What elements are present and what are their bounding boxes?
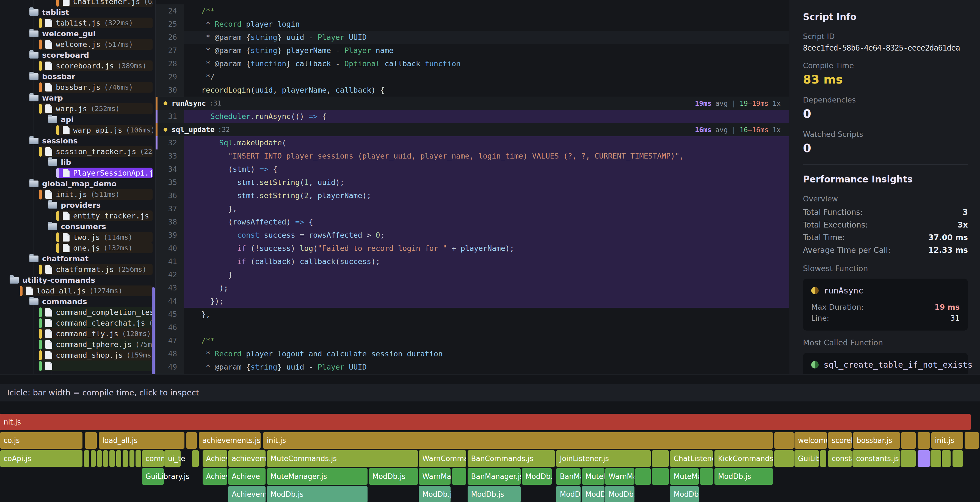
tree-scrollbar-thumb[interactable] [152, 287, 155, 374]
icicle-bar-JoinListener.js[interactable]: JoinListener.js [556, 450, 651, 467]
icicle-bar[interactable] [965, 432, 979, 449]
icicle-bar-Achievemen[interactable]: Achievemen [228, 486, 266, 502]
icicle-bar-ModDb.js[interactable]: ModDb.js [369, 468, 418, 485]
tree-file-command_tphere.js[interactable]: command_tphere.js(75ms [39, 339, 153, 350]
icicle-bar-MuteManager.js[interactable]: MuteManager.js [267, 468, 368, 485]
icicle-bar-achievements.js[interactable]: achievements.js [199, 432, 261, 449]
tree-folder-welcome_gui[interactable]: welcome_gui [29, 28, 153, 39]
icicle-bar[interactable] [84, 450, 89, 467]
icicle-bar-comma[interactable]: comma [142, 450, 164, 467]
icicle-bar-ModDb.js[interactable]: ModDb.js [714, 468, 773, 485]
icicle-bar-MuteMan[interactable]: MuteMan [670, 468, 698, 485]
icicle-bar-ModDb.js[interactable]: ModDb.js [468, 486, 521, 502]
tree-file-warp_api.js[interactable]: warp_api.js(106ms) [56, 125, 153, 135]
icicle-bar[interactable] [652, 450, 668, 467]
tree-file-command_fly.js[interactable]: command_fly.js(120ms) [39, 328, 153, 339]
icicle-bar-WarnCommands[interactable]: WarnCommands [418, 450, 466, 467]
tree-folder-global_map_demo[interactable]: global_map_demo [29, 178, 153, 189]
icicle-bar-ChatListener.js[interactable]: ChatListener.js [670, 450, 713, 467]
icicle-bar[interactable] [110, 450, 115, 467]
icicle-bar[interactable] [918, 432, 930, 449]
icicle-bar[interactable] [123, 450, 128, 467]
icicle-bar-constan[interactable]: constan [828, 450, 852, 467]
icicle-bar-init.js[interactable]: init.js [931, 432, 963, 449]
tree-folder-warp[interactable]: warp [29, 92, 153, 103]
icicle-bar-coApi.js[interactable]: coApi.js [0, 450, 83, 467]
tree-file-init.js[interactable]: init.js(511ms) [39, 189, 153, 200]
tree-file-ChatListener.js[interactable]: ChatListener.js(63 [56, 0, 153, 7]
tree-file-session_tracker.js[interactable]: session_tracker.js(224 [39, 146, 153, 157]
icicle-bar[interactable] [85, 432, 97, 449]
tree-file-entity_tracker.js[interactable]: entity_tracker.js( [56, 210, 153, 221]
icicle-bar[interactable] [775, 450, 794, 467]
tree-folder-bossbar[interactable]: bossbar [29, 71, 153, 82]
tree-folder-providers[interactable]: providers [48, 200, 153, 210]
icicle-bar[interactable] [186, 432, 197, 449]
tree-folder-api[interactable]: api [48, 114, 153, 125]
icicle-bar-BanMana[interactable]: BanMana [556, 468, 581, 485]
icicle-bar-ModDb.js[interactable]: ModDb.js [267, 486, 368, 502]
icicle-bar-welcome.js[interactable]: welcome.js [794, 432, 827, 449]
tree-file-bossbar.js[interactable]: bossbar.js(746ms) [39, 82, 153, 92]
icicle-bar[interactable] [97, 450, 102, 467]
tree-file-chatformat.js[interactable]: chatformat.js(256ms) [39, 264, 153, 275]
icicle-bar[interactable] [931, 450, 941, 467]
icicle-bar-ModDb.js[interactable]: ModDb.js [418, 486, 450, 502]
icicle-bar[interactable] [652, 468, 668, 485]
tree-file-tablist.js[interactable]: tablist.js(322ms) [39, 17, 153, 28]
icicle-bar-ModDb[interactable]: ModDb [582, 486, 605, 502]
tree-folder-lib[interactable]: lib [48, 157, 153, 168]
icicle-bar[interactable] [135, 450, 141, 467]
icicle-bar[interactable] [918, 450, 930, 467]
tree-file-item[interactable] [39, 361, 153, 371]
tree-folder-chatformat[interactable]: chatformat [29, 253, 153, 264]
tree-file-command_shop.js[interactable]: command_shop.js(159ms) [39, 350, 153, 361]
tree-folder-scoreboard[interactable]: scoreboard [29, 50, 153, 60]
tree-file-command_clearchat.js[interactable]: command_clearchat.js(7 [39, 318, 153, 328]
tree-folder-commands[interactable]: commands [29, 296, 153, 307]
icicle-bar-WarnMana[interactable]: WarnMana [418, 468, 450, 485]
icicle-bar[interactable] [103, 450, 108, 467]
icicle-bar-Achieve[interactable]: Achieve [203, 450, 228, 467]
icicle-bar-BanManager.js[interactable]: BanManager.js [468, 468, 521, 485]
icicle-bar[interactable] [700, 468, 713, 485]
icicle-bar[interactable] [452, 468, 466, 485]
icicle-bar-bossbar.js[interactable]: bossbar.js [853, 432, 900, 449]
icicle-bar[interactable] [116, 450, 121, 467]
icicle-bar[interactable] [129, 450, 134, 467]
profiler-annotation-sql_update[interactable]: sql_update:3216msavg|16–16ms1x [156, 123, 789, 136]
icicle-bar-KickCommands.js[interactable]: KickCommands.js [714, 450, 773, 467]
icicle-bar-GuiLibrary.js[interactable]: GuiLibrary.js [142, 468, 164, 485]
icicle-bar-MuteCommands.js[interactable]: MuteCommands.js [267, 450, 418, 467]
icicle-bar[interactable] [942, 450, 951, 467]
tree-folder-sessions[interactable]: sessions [29, 135, 153, 146]
tree-file-scoreboard.js[interactable]: scoreboard.js(389ms) [39, 60, 153, 71]
icicle-bar-ModDb.js[interactable]: ModDb.js [670, 486, 698, 502]
tree-folder-consumers[interactable]: consumers [48, 221, 153, 232]
icicle-bar-nit.js[interactable]: nit.js [0, 414, 970, 430]
icicle-bar-achievement[interactable]: achievement [228, 450, 266, 467]
icicle-bar[interactable] [192, 450, 199, 467]
icicle-bar[interactable] [775, 432, 794, 449]
icicle-bar-ModDb.j[interactable]: ModDb.j [556, 486, 581, 502]
icicle-bar-co.js[interactable]: co.js [0, 432, 83, 449]
icicle-bar-WarnMan[interactable]: WarnMan [605, 468, 635, 485]
icicle-bar-Achieve[interactable]: Achieve [228, 468, 266, 485]
icicle-bar[interactable] [901, 432, 915, 449]
icicle-bar-constants.js[interactable]: constants.js [853, 450, 900, 467]
icicle-bar-ModDb.js[interactable]: ModDb.js [522, 468, 552, 485]
tree-folder-utility-commands[interactable]: utility-commands [10, 275, 153, 286]
icicle-bar-GuiLibra[interactable]: GuiLibra [794, 450, 819, 467]
icicle-bar[interactable] [635, 468, 651, 485]
tree-file-welcome.js[interactable]: welcome.js(517ms) [39, 39, 153, 50]
profiler-annotation-runAsync[interactable]: runAsync:3119msavg|19–19ms1x [156, 97, 789, 110]
icicle-bar-BanCommands.js[interactable]: BanCommands.js [468, 450, 555, 467]
icicle-bar[interactable] [900, 450, 916, 467]
tree-file-PlayerSessionApi.js[interactable]: PlayerSessionApi.js [56, 168, 153, 178]
tree-folder-tablist[interactable]: tablist [29, 7, 153, 17]
icicle-bar[interactable] [953, 450, 963, 467]
icicle-bar[interactable] [820, 450, 826, 467]
icicle-bar-init.js[interactable]: init.js [263, 432, 773, 449]
icicle-bar-scorebo[interactable]: scorebo [828, 432, 852, 449]
tree-file-command_completion_test.js[interactable]: command_completion_test.js [39, 307, 153, 318]
